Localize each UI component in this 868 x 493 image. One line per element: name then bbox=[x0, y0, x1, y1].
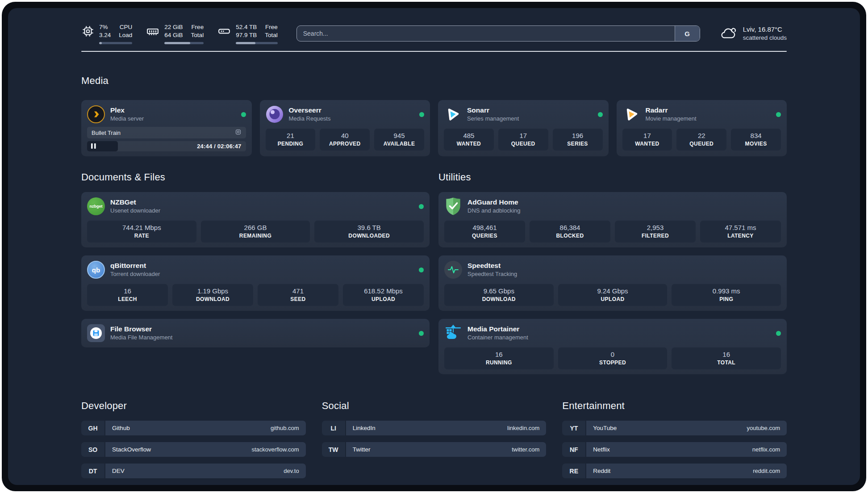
bookmark-name: Twitter bbox=[353, 446, 371, 453]
stat-tile: 0.993 ms PING bbox=[672, 284, 781, 306]
search-input[interactable] bbox=[297, 26, 675, 41]
status-dot bbox=[598, 112, 603, 117]
app-name: AdGuard Home bbox=[467, 198, 521, 206]
stat-tile: 0 STOPPED bbox=[558, 347, 668, 369]
bookmark-url: dev.to bbox=[284, 468, 299, 474]
stat-value: 17 bbox=[623, 131, 672, 140]
disk-free-label: Free bbox=[265, 23, 278, 31]
bookmark-twitter[interactable]: TW Twitter twitter.com bbox=[322, 442, 547, 457]
stat-value: 17 bbox=[499, 131, 547, 140]
card-sonarr[interactable]: Sonarr Series management 485 WANTED 17 Q… bbox=[438, 100, 609, 156]
stat-label: WANTED bbox=[623, 140, 672, 147]
bookmark-netflix[interactable]: NF Netflix netflix.com bbox=[562, 442, 787, 457]
app-name: Overseerr bbox=[289, 106, 331, 114]
bookmark-stackoverflow[interactable]: SO StackOverflow stackoverflow.com bbox=[81, 442, 306, 457]
bookmark-reddit[interactable]: RE Reddit reddit.com bbox=[562, 464, 787, 478]
stat-label: AVAILABLE bbox=[375, 140, 423, 147]
app-name: qBittorrent bbox=[110, 261, 160, 270]
utilities-column: Utilities AdGuard Home D bbox=[438, 171, 787, 374]
stat-label: DOWNLOAD bbox=[445, 296, 553, 303]
memory-free-label: Free bbox=[191, 23, 204, 31]
card-portainer[interactable]: Media Portainer Container management 16 … bbox=[438, 319, 787, 374]
stat-tile: 618.52 Mbps UPLOAD bbox=[343, 284, 424, 306]
playback-time: 24:44 / 02:06:47 bbox=[197, 143, 246, 150]
app-subtitle: Media server bbox=[110, 114, 144, 123]
card-speedtest[interactable]: Speedtest Speedtest Tracking 9.65 Gbps D… bbox=[438, 255, 787, 311]
bookmark-abbr: LI bbox=[322, 421, 345, 435]
disk-values: 52.4 TB 97.9 TB bbox=[236, 23, 257, 39]
system-stats: 7% 3.24 CPU Load bbox=[81, 23, 278, 44]
stat-value: 86,384 bbox=[530, 223, 609, 232]
bookmark-url: github.com bbox=[271, 425, 299, 431]
stat-label: UPLOAD bbox=[344, 296, 423, 303]
bookmark-url: reddit.com bbox=[753, 468, 780, 474]
stat-tile: 22 QUEUED bbox=[676, 129, 726, 150]
cpu-labels: CPU Load bbox=[119, 23, 132, 39]
bookmark-name: YouTube bbox=[593, 425, 617, 431]
app-subtitle: Movie management bbox=[646, 114, 697, 123]
bookmarks-area: Developer GH Github github.com SO StackO… bbox=[81, 400, 787, 485]
card-qbittorrent[interactable]: qb qBittorrent Torrent downloader 16 LEE… bbox=[81, 255, 430, 311]
stat-label: DOWNLOADED bbox=[315, 232, 423, 239]
portainer-icon bbox=[444, 324, 462, 342]
stat-tile: 17 WANTED bbox=[622, 129, 672, 150]
card-filebrowser[interactable]: File Browser Media File Management bbox=[81, 319, 430, 347]
stat-label: LATENCY bbox=[701, 232, 780, 239]
search-bar[interactable]: G bbox=[296, 25, 700, 42]
stat-value: 47.571 ms bbox=[701, 223, 780, 232]
stat-tile: 9.24 Gbps UPLOAD bbox=[558, 284, 668, 306]
weather-condition: scattered clouds bbox=[743, 33, 787, 42]
stat-value: 16 bbox=[88, 287, 167, 296]
stat-value: 471 bbox=[259, 287, 338, 296]
disk-labels: Free Total bbox=[265, 23, 278, 39]
disk-icon bbox=[217, 25, 231, 40]
stat-value: 22 bbox=[677, 131, 726, 140]
section-title-media: Media bbox=[81, 75, 787, 87]
cpu-label: CPU bbox=[119, 23, 132, 31]
stat-tile: 86,384 BLOCKED bbox=[530, 221, 610, 242]
bookmark-abbr: GH bbox=[81, 421, 104, 435]
bookmark-linkedin[interactable]: LI LinkedIn linkedin.com bbox=[322, 421, 547, 435]
app-name: Plex bbox=[110, 106, 144, 114]
bookmark-github[interactable]: GH Github github.com bbox=[81, 421, 306, 435]
now-playing-title: Bullet Train bbox=[92, 130, 121, 136]
stat-value: 21 bbox=[267, 131, 315, 140]
app-name: Media Portainer bbox=[467, 325, 528, 333]
card-adguard[interactable]: AdGuard Home DNS and adblocking 498,461 … bbox=[438, 192, 787, 247]
stat-tile: 2,953 FILTERED bbox=[615, 221, 696, 242]
stat-tile: 17 QUEUED bbox=[498, 129, 548, 150]
app-subtitle: Speedtest Tracking bbox=[467, 270, 517, 278]
search-engine-button[interactable]: G bbox=[675, 26, 700, 41]
plex-icon bbox=[87, 105, 105, 123]
bookmark-youtube[interactable]: YT YouTube youtube.com bbox=[562, 421, 787, 435]
stat-label: PENDING bbox=[267, 140, 315, 147]
stat-tile: 834 MOVIES bbox=[731, 129, 781, 150]
app-subtitle: Usenet downloader bbox=[110, 206, 160, 215]
bookmark-url: linkedin.com bbox=[507, 425, 539, 431]
bookmark-name: Github bbox=[112, 425, 130, 431]
section-title-social: Social bbox=[322, 400, 547, 412]
stat-label: MOVIES bbox=[732, 140, 780, 147]
card-plex[interactable]: Plex Media server Bullet Train 24:44 / 0… bbox=[81, 100, 252, 156]
bookmark-abbr: DT bbox=[81, 464, 104, 478]
stat-value: 0.993 ms bbox=[672, 287, 780, 296]
stat-tile: 39.6 TB DOWNLOADED bbox=[314, 221, 424, 242]
stat-label: UPLOAD bbox=[559, 296, 667, 303]
stat-tile: 266 GB REMAINING bbox=[201, 221, 310, 242]
bookmark-dev[interactable]: DT DEV dev.to bbox=[81, 464, 306, 478]
memory-total-value: 64 GiB bbox=[164, 31, 183, 39]
stat-value: 834 bbox=[732, 131, 780, 140]
stat-label: BLOCKED bbox=[530, 232, 609, 239]
stat-label: QUEUED bbox=[677, 140, 726, 147]
sonarr-icon bbox=[444, 105, 462, 123]
now-playing-title-row: Bullet Train bbox=[87, 127, 246, 138]
bookmark-group-entertainment: Entertainment YT YouTube youtube.com NF … bbox=[562, 400, 787, 478]
card-overseerr[interactable]: Overseerr Media Requests 21 PENDING 40 A… bbox=[260, 100, 430, 156]
card-radarr[interactable]: Radarr Movie management 17 WANTED 22 QUE… bbox=[617, 100, 787, 156]
cpu-load-label: Load bbox=[119, 31, 132, 39]
cpu-load-value: 3.24 bbox=[99, 31, 111, 39]
status-dot bbox=[776, 112, 781, 117]
disk-total-value: 97.9 TB bbox=[236, 31, 257, 39]
stat-tile: 485 WANTED bbox=[444, 129, 494, 150]
card-nzbget[interactable]: nzbget NZBGet Usenet downloader 744.21 M… bbox=[81, 192, 430, 247]
